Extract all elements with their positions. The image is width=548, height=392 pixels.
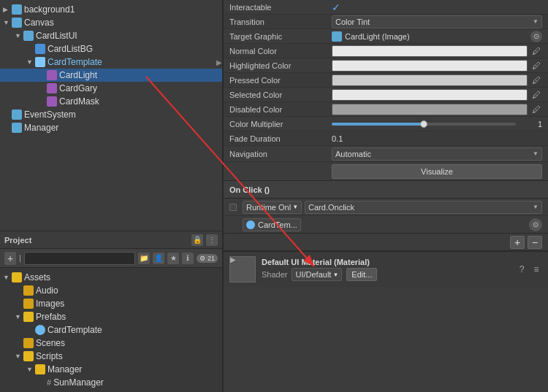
transition-row: Transition Color Tint ▼ [224, 15, 548, 29]
folder-label: Manager [47, 364, 82, 374]
hierarchy-item-cardlistbg[interactable]: ▶ CardListBG [0, 42, 222, 55]
highlighted-color-label: Highlighted Color [229, 61, 332, 70]
images-folder[interactable]: ▶ Images [0, 297, 222, 310]
inspector-panel: Interactable ✓ Transition Color Tint ▼ T… [224, 0, 548, 392]
add-asset-button[interactable]: + [4, 252, 16, 265]
folder-label: Images [36, 299, 64, 309]
cube-icon [35, 44, 45, 54]
expand-arrow: ▼ [15, 313, 23, 320]
checkmark-icon: ✓ [332, 1, 340, 13]
folder-icon [23, 285, 34, 296]
expand-indicator: ▶ [216, 58, 222, 66]
pressed-color-label: Pressed Color [229, 76, 332, 85]
assets-label: Assets [24, 272, 50, 283]
image-component-icon [332, 31, 342, 42]
more-options-btn[interactable]: ⋮ [206, 234, 218, 246]
hierarchy-item-label: background1 [24, 4, 75, 15]
edit-button[interactable]: Edit... [346, 268, 377, 281]
transition-dropdown[interactable]: Color Tint ▼ [332, 15, 542, 28]
selected-color-label: Selected Color [229, 91, 332, 99]
target-select-button[interactable]: ⊙ [530, 31, 542, 42]
shader-dropdown[interactable]: UI/Default ▼ [292, 268, 342, 281]
normal-color-label: Normal Color [229, 47, 332, 55]
fade-duration-label: Fade Duration [229, 134, 332, 143]
script-label: SunManager [53, 377, 104, 388]
hierarchy-item-label: CardLight [59, 70, 97, 80]
cardtemplate-select-button[interactable]: ⊙ [529, 218, 542, 231]
shader-label: Shader [262, 270, 287, 279]
onclick-label: On Click () [229, 185, 270, 194]
chevron-down-icon: ▼ [533, 150, 539, 157]
assets-root[interactable]: ▼ Assets [0, 271, 222, 284]
slider-track[interactable] [332, 123, 516, 126]
cardtemplate-field[interactable]: CardTem... [243, 218, 301, 231]
disabled-color-swatch[interactable] [332, 104, 528, 115]
project-header: Project 🔒 ⋮ [0, 231, 222, 249]
prefabs-folder[interactable]: ▼ Prefabs [0, 310, 222, 323]
eyedropper-icon[interactable]: 🖊 [530, 45, 542, 57]
navigation-label: Navigation [229, 150, 332, 158]
method-value: Card.Onclick [308, 203, 354, 212]
eyedropper-icon[interactable]: 🖊 [530, 74, 542, 86]
pressed-color-swatch[interactable] [332, 74, 528, 86]
normal-color-row: Normal Color 🖊 [224, 44, 548, 58]
lock-icon-btn[interactable]: 🔒 [191, 234, 203, 246]
folder-label: Scripts [36, 351, 63, 361]
folder-label: Scenes [36, 338, 65, 348]
checkbox-icon[interactable] [229, 204, 237, 211]
scripts-folder[interactable]: ▼ Scripts [0, 350, 222, 363]
sunmanager-script[interactable]: ▶ # SunManager [0, 376, 222, 389]
info-icon-btn[interactable]: ℹ [182, 253, 194, 264]
hierarchy-item-cardlistui[interactable]: ▼ CardListUI [0, 29, 222, 42]
folder-icon-btn[interactable]: 📁 [138, 253, 150, 264]
normal-color-value: 🖊 [332, 45, 542, 57]
project-header-icons: 🔒 ⋮ [191, 234, 218, 246]
cardtemplate-prefab[interactable]: ▶ CardTemplate [0, 323, 222, 337]
navigation-dropdown[interactable]: Automatic ▼ [332, 147, 542, 161]
folder-label: Prefabs [36, 312, 66, 322]
cardtemplate-value: CardTem... [258, 220, 297, 229]
left-panel: ▶ background1 ▼ Canvas ▼ CardListUI ▶ Ca… [0, 0, 223, 392]
method-dropdown[interactable]: Card.Onclick ▼ [305, 201, 542, 214]
fade-duration-row: Fade Duration 0.1 [224, 131, 548, 146]
hash-icon: # [47, 378, 51, 387]
help-icon-btn[interactable]: ? [516, 264, 528, 275]
menu-icon-btn[interactable]: ≡ [530, 264, 542, 275]
hierarchy-item-manager[interactable]: ▶ Manager [0, 121, 222, 134]
hierarchy-item-label: Canvas [24, 18, 54, 28]
expand-icon[interactable]: ▶ [230, 257, 236, 263]
normal-color-swatch[interactable] [332, 45, 528, 57]
search-input[interactable] [24, 252, 136, 265]
expand-left-btn[interactable]: ▶ [230, 257, 231, 258]
runtime-dropdown[interactable]: Runtime Onl ▼ [243, 201, 302, 214]
disabled-color-label: Disabled Color [229, 105, 332, 114]
eyedropper-icon[interactable]: 🖊 [530, 89, 542, 101]
eyedropper-icon[interactable]: 🖊 [530, 60, 542, 72]
remove-listener-button[interactable]: − [528, 236, 542, 249]
scenes-folder[interactable]: ▶ Scenes [0, 337, 222, 350]
visualize-button[interactable]: Visualize [332, 164, 542, 179]
eyedropper-icon[interactable]: 🖊 [530, 104, 542, 115]
folder-icon [23, 312, 34, 322]
add-listener-button[interactable]: + [510, 236, 525, 249]
asset-count-badge: ⚙ 21 [197, 254, 218, 263]
highlighted-color-value: 🖊 [332, 60, 542, 72]
prefab-label: CardTemplate [47, 325, 102, 335]
highlighted-color-swatch[interactable] [332, 60, 528, 72]
audio-folder[interactable]: ▶ Audio [0, 284, 222, 297]
project-content: ▼ Assets ▶ Audio ▶ Images ▼ P [0, 268, 222, 392]
slider-value: 1 [520, 120, 542, 128]
hierarchy-item-cardgary[interactable]: ▶ CardGary [0, 82, 222, 95]
hierarchy-item-cardtemplate[interactable]: ▼ CardTemplate ▶ [0, 55, 222, 69]
color-multiplier-row: Color Multiplier 1 [224, 117, 548, 131]
selected-color-swatch[interactable] [332, 89, 528, 101]
folder-icon [35, 364, 45, 374]
hierarchy-item-canvas[interactable]: ▼ Canvas [0, 16, 222, 29]
hierarchy-item-background1[interactable]: ▶ background1 [0, 3, 222, 16]
hierarchy-item-eventsystem[interactable]: ▶ EventSystem [0, 108, 222, 121]
filter-icon-btn[interactable]: 👤 [153, 253, 164, 264]
hierarchy-item-cardlight[interactable]: ▶ CardLight [0, 69, 222, 82]
hierarchy-item-cardmask[interactable]: ▶ CardMask [0, 95, 222, 108]
manager-subfolder[interactable]: ▼ Manager [0, 363, 222, 376]
star-icon-btn[interactable]: ★ [167, 253, 179, 264]
